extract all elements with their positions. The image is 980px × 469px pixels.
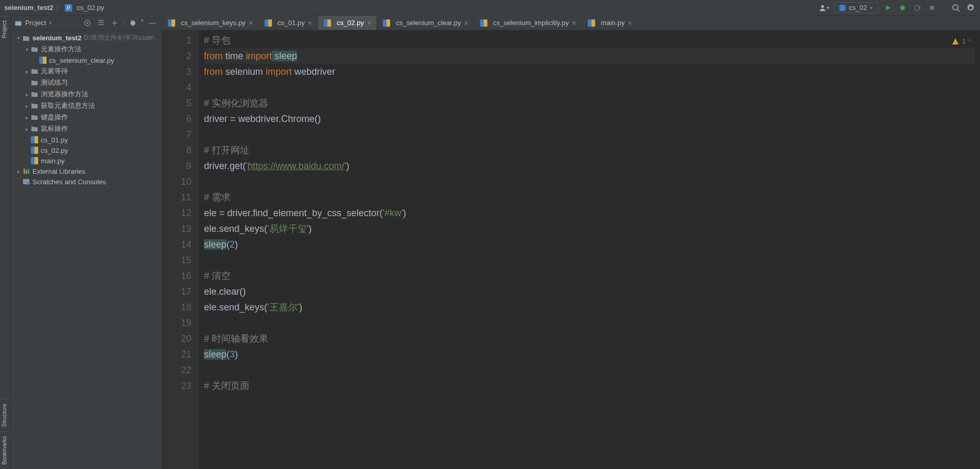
line-number[interactable]: 20 (164, 331, 191, 347)
editor-tab[interactable]: main.py× (582, 16, 638, 30)
code-line[interactable]: # 实例化浏览器 (204, 95, 975, 111)
code-editor[interactable]: 1234567891011121314151617181920212223 1 … (162, 30, 980, 469)
line-number[interactable]: 12 (164, 205, 191, 221)
code-line[interactable]: ele = driver.find_element_by_css_selecto… (204, 205, 975, 221)
collapse-all-icon[interactable] (109, 18, 120, 28)
breadcrumb-file[interactable]: cs_02.py (77, 4, 104, 12)
code-line[interactable]: driver.get('https://www.baidu.com/') (204, 158, 975, 174)
code-line[interactable]: ele.clear() (204, 284, 975, 299)
tree-node[interactable]: cs_01.py (10, 135, 162, 145)
search-everywhere-icon[interactable] (951, 3, 961, 13)
code-line[interactable]: from time import sleep (204, 48, 975, 64)
line-number[interactable]: 22 (164, 362, 191, 378)
line-number[interactable]: 14 (164, 237, 191, 252)
project-view-selector[interactable]: Project ▾ (15, 19, 52, 27)
line-number[interactable]: 1 (164, 32, 191, 48)
code-line[interactable]: # 时间轴看效果 (204, 331, 975, 347)
code-line[interactable] (204, 252, 975, 268)
code-line[interactable]: from selenium import webdriver (204, 64, 975, 80)
side-tab-structure[interactable]: Structure (0, 399, 10, 431)
gear-icon[interactable] (128, 18, 138, 28)
tree-arrow-icon[interactable]: ▾ (23, 47, 30, 52)
line-number[interactable]: 9 (164, 158, 191, 174)
line-number[interactable]: 18 (164, 299, 191, 315)
debug-button[interactable] (897, 3, 908, 13)
close-icon[interactable]: × (628, 19, 632, 27)
code-area[interactable]: 1 ^ # 导包from time import sleepfrom selen… (199, 30, 980, 469)
editor-tab[interactable]: cs_selenium_implicitly.py× (474, 16, 582, 30)
inspection-widget[interactable]: 1 ^ (952, 34, 972, 49)
line-number[interactable]: 15 (164, 252, 191, 268)
expand-all-icon[interactable] (96, 18, 106, 28)
tree-arrow-icon[interactable]: ▸ (23, 69, 30, 74)
code-line[interactable] (204, 174, 975, 189)
code-line[interactable]: # 需求 (204, 189, 975, 205)
project-tree[interactable]: ▾selenium_test2D:\常用文件夹\学习\code\▾元素操作方法c… (10, 30, 162, 469)
hide-panel-icon[interactable]: — (147, 18, 157, 28)
code-line[interactable]: # 打开网址 (204, 142, 975, 158)
settings-icon[interactable] (965, 3, 976, 13)
line-number[interactable]: 23 (164, 378, 191, 394)
user-icon[interactable]: ▾ (819, 3, 829, 13)
breadcrumb-root[interactable]: selenium_test2 (4, 4, 53, 12)
tree-node[interactable]: ▸键盘操作 (10, 111, 162, 123)
line-number[interactable]: 7 (164, 127, 191, 142)
gutter[interactable]: 1234567891011121314151617181920212223 (162, 30, 199, 469)
stop-button[interactable] (927, 3, 937, 13)
tree-node[interactable]: main.py (10, 155, 162, 166)
select-opened-file-icon[interactable] (82, 18, 93, 28)
close-icon[interactable]: × (367, 19, 371, 27)
line-number[interactable]: 11 (164, 189, 191, 205)
line-number[interactable]: 2 (164, 48, 191, 64)
editor-tab[interactable]: cs_02.py× (318, 16, 377, 30)
tree-arrow-icon[interactable]: ▸ (23, 92, 30, 97)
close-icon[interactable]: × (308, 19, 312, 27)
side-tab-project[interactable]: Project (0, 16, 10, 42)
tree-arrow-icon[interactable]: ▸ (23, 126, 30, 132)
code-line[interactable] (204, 315, 975, 331)
close-icon[interactable]: × (572, 19, 576, 27)
code-line[interactable]: ele.send_keys('易烊千玺') (204, 221, 975, 237)
rerun-button[interactable] (912, 3, 922, 13)
tree-node[interactable]: ▾selenium_test2D:\常用文件夹\学习\code\ (10, 32, 162, 43)
tree-node[interactable]: ▸浏览器操作方法 (10, 88, 162, 100)
tree-node[interactable]: cs_02.py (10, 145, 162, 155)
line-number[interactable]: 8 (164, 142, 191, 158)
close-icon[interactable]: × (249, 19, 253, 27)
line-number[interactable]: 4 (164, 80, 191, 95)
code-line[interactable] (204, 127, 975, 142)
close-icon[interactable]: × (464, 19, 469, 27)
code-line[interactable]: sleep(2) (204, 237, 975, 252)
code-line[interactable]: driver = webdriver.Chrome() (204, 111, 975, 127)
tree-node[interactable]: ▸元素等待 (10, 65, 162, 77)
code-line[interactable]: ele.send_keys('王嘉尔') (204, 299, 975, 315)
tree-node[interactable]: Scratches and Consoles (10, 176, 162, 187)
tree-arrow-icon[interactable]: ▾ (15, 35, 22, 41)
tree-arrow-icon[interactable]: ▸ (15, 169, 22, 174)
code-line[interactable]: sleep(3) (204, 347, 975, 362)
code-line[interactable] (204, 80, 975, 95)
line-number[interactable]: 17 (164, 284, 191, 299)
code-line[interactable] (204, 362, 975, 378)
line-number[interactable]: 19 (164, 315, 191, 331)
line-number[interactable]: 5 (164, 95, 191, 111)
tree-node[interactable]: ▸External Libraries (10, 166, 162, 176)
breadcrumb[interactable]: selenium_test2 〉 P cs_02.py (4, 3, 104, 13)
line-number[interactable]: 21 (164, 347, 191, 362)
line-number[interactable]: 3 (164, 64, 191, 80)
editor-tab[interactable]: cs_selenium_keys.py× (162, 16, 259, 30)
tree-node[interactable]: ▸获取元素信息方法 (10, 100, 162, 111)
tree-node[interactable]: ▸鼠标操作 (10, 123, 162, 135)
code-line[interactable]: # 清空 (204, 268, 975, 284)
editor-tab[interactable]: cs_01.py× (259, 16, 318, 30)
run-button[interactable] (883, 3, 893, 13)
tree-node[interactable]: ▾元素操作方法 (10, 43, 162, 55)
run-configuration-selector[interactable]: cs_02 ▾ (834, 2, 879, 13)
line-number[interactable]: 10 (164, 174, 191, 189)
line-number[interactable]: 13 (164, 221, 191, 237)
line-number[interactable]: 16 (164, 268, 191, 284)
tree-arrow-icon[interactable]: ▸ (23, 103, 30, 109)
tree-arrow-icon[interactable]: ▸ (23, 115, 30, 120)
side-tab-bookmarks[interactable]: Bookmarks (0, 431, 10, 469)
code-line[interactable]: # 关闭页面 (204, 378, 975, 394)
